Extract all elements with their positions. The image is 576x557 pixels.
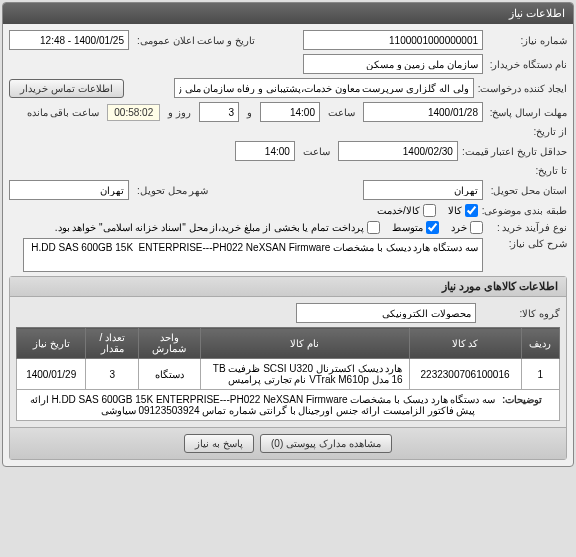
medium-checkbox[interactable] (426, 221, 439, 234)
label-announce: تاریخ و ساعت اعلان عمومی: (133, 35, 259, 46)
panel-header-main: اطلاعات نیاز (3, 3, 573, 24)
time-remaining-badge: 00:58:02 (107, 104, 160, 121)
label-hour-2: ساعت (299, 146, 334, 157)
need-no-field[interactable] (303, 30, 483, 50)
service-checkbox[interactable] (423, 204, 436, 217)
th-qty: تعداد / مقدار (86, 328, 139, 359)
label-need-no: شماره نیاز: (487, 35, 567, 46)
th-idx: ردیف (521, 328, 559, 359)
creator-field[interactable] (174, 78, 474, 98)
cell-date: 1400/01/29 (17, 359, 86, 390)
label-hour-1: ساعت (324, 107, 359, 118)
service-label: کالا/خدمت (377, 205, 420, 216)
partial-label: پرداخت تمام یا بخشی از مبلغ خرید،از محل … (55, 222, 364, 233)
th-code: کد کالا (409, 328, 521, 359)
table-desc-row: توضیحات: سه دستگاه هارد دیسک با مشخصات H… (17, 390, 560, 421)
label-and: و (243, 107, 256, 118)
label-budget-type: طبقه بندی موضوعی: (482, 205, 567, 216)
cell-name: هارد دیسک اکسترنال SCSI U320 ظرفیت TB 16… (200, 359, 409, 390)
partial-checkbox[interactable] (367, 221, 380, 234)
label-to-date: تا تاریخ: (487, 165, 567, 176)
label-creator: ایجاد کننده درخواست: (478, 83, 567, 94)
label-remaining: ساعت باقی مانده (23, 107, 104, 118)
validity-time-field[interactable] (235, 141, 295, 161)
label-from-date: از تاریخ: (487, 126, 567, 137)
need-title-field[interactable] (23, 238, 483, 272)
label-delivery-state: استان محل تحویل: (487, 185, 567, 196)
small-label: خرد (451, 222, 467, 233)
need-info-panel: اطلاعات نیاز شماره نیاز: تاریخ و ساعت اع… (2, 2, 574, 467)
small-checkbox[interactable] (470, 221, 483, 234)
cell-unit: دستگاه (138, 359, 200, 390)
label-need-title: شرح کلی نیاز: (487, 238, 567, 249)
th-unit: واحد شمارش (138, 328, 200, 359)
table-row[interactable]: 1 2232300706100016 هارد دیسک اکسترنال SC… (17, 359, 560, 390)
buyer-contact-button[interactable]: اطلاعات تماس خریدار (9, 79, 124, 98)
bottom-buttons: مشاهده مدارک پیوستی (0) پاسخ به نیاز (10, 427, 566, 459)
cell-idx: 1 (521, 359, 559, 390)
label-delivery-city: شهر محل تحویل: (133, 185, 212, 196)
days-left-field[interactable] (199, 102, 239, 122)
panel-body: شماره نیاز: تاریخ و ساعت اعلان عمومی: نا… (3, 24, 573, 466)
item-group-field[interactable] (296, 303, 476, 323)
answer-time-field[interactable] (260, 102, 320, 122)
items-table: ردیف کد کالا نام کالا واحد شمارش تعداد /… (16, 327, 560, 421)
cell-code: 2232300706100016 (409, 359, 521, 390)
table-header-row: ردیف کد کالا نام کالا واحد شمارش تعداد /… (17, 328, 560, 359)
goods-label: کالا (448, 205, 462, 216)
answer-date-field[interactable] (363, 102, 483, 122)
label-day: روز و (164, 107, 195, 118)
description-text: سه دستگاه هارد دیسک با مشخصات H.DD SAS 6… (30, 394, 496, 416)
view-attachments-button[interactable]: مشاهده مدارک پیوستی (0) (260, 434, 392, 453)
goods-checkbox[interactable] (465, 204, 478, 217)
label-item-group: گروه کالا: (480, 308, 560, 319)
th-name: نام کالا (200, 328, 409, 359)
cell-qty: 3 (86, 359, 139, 390)
answer-need-button[interactable]: پاسخ به نیاز (184, 434, 254, 453)
delivery-city-field[interactable] (9, 180, 129, 200)
announce-datetime-field[interactable] (9, 30, 129, 50)
label-answer-deadline: مهلت ارسال پاسخ: (487, 107, 567, 118)
validity-date-field[interactable] (338, 141, 458, 161)
items-panel: اطلاعات کالاهای مورد نیاز گروه کالا: ردی… (9, 276, 567, 460)
label-price-validity: حداقل تاریخ اعتبار قیمت: (462, 146, 567, 157)
items-panel-header: اطلاعات کالاهای مورد نیاز (10, 277, 566, 297)
medium-label: متوسط (392, 222, 423, 233)
label-description: توضیحات: (498, 394, 546, 405)
label-purchase-type: نوع فرآیند خرید : (487, 222, 567, 233)
delivery-state-field[interactable] (363, 180, 483, 200)
buyer-org-field[interactable] (303, 54, 483, 74)
th-date: تاریخ نیاز (17, 328, 86, 359)
label-buyer-org: نام دستگاه خریدار: (487, 59, 567, 70)
